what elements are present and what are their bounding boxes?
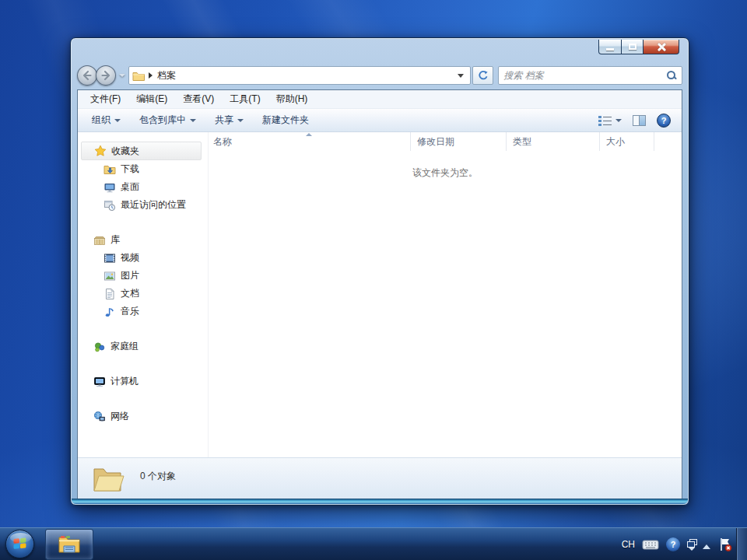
window-body: 文件(F) 编辑(E) 查看(V) 工具(T) 帮助(H) 组织 包含到库中 共… bbox=[77, 89, 682, 501]
titlebar[interactable] bbox=[77, 38, 682, 61]
recent-pages-dropdown[interactable] bbox=[119, 74, 125, 77]
change-view-button[interactable] bbox=[598, 115, 622, 126]
back-arrow-icon bbox=[81, 69, 93, 82]
chevron-down-icon bbox=[237, 119, 244, 122]
organize-button[interactable]: 组织 bbox=[86, 110, 127, 130]
sidebar-item-pictures[interactable]: 图片 bbox=[78, 267, 208, 285]
menu-file[interactable]: 文件(F) bbox=[82, 90, 128, 108]
forward-button[interactable] bbox=[96, 65, 116, 86]
back-button[interactable] bbox=[77, 65, 97, 86]
sidebar-item-network[interactable]: 网络 bbox=[78, 408, 208, 425]
column-header-size[interactable]: 大小 bbox=[600, 132, 654, 151]
show-desktop-button[interactable] bbox=[736, 528, 747, 560]
close-icon bbox=[657, 42, 666, 51]
restore-language-bar-icon bbox=[687, 539, 696, 546]
star-icon bbox=[94, 145, 107, 157]
sidebar-item-label: 网络 bbox=[110, 410, 129, 423]
keyboard-icon[interactable] bbox=[642, 539, 659, 551]
taskbar-explorer-button[interactable] bbox=[45, 529, 93, 560]
column-label: 大小 bbox=[606, 135, 625, 149]
network-icon bbox=[93, 411, 106, 423]
libraries-icon bbox=[93, 234, 106, 247]
new-folder-button[interactable]: 新建文件夹 bbox=[256, 110, 315, 130]
share-button[interactable]: 共享 bbox=[209, 110, 250, 130]
sidebar-item-desktop[interactable]: 桌面 bbox=[78, 178, 208, 196]
sidebar-item-label: 计算机 bbox=[110, 375, 139, 388]
search-input[interactable] bbox=[503, 70, 666, 81]
forward-arrow-icon bbox=[100, 69, 112, 82]
sidebar-item-label: 家庭组 bbox=[110, 340, 139, 353]
column-header-type[interactable]: 类型 bbox=[507, 132, 600, 151]
language-bar-options[interactable] bbox=[687, 539, 696, 551]
downloads-folder-icon bbox=[103, 163, 116, 176]
maximize-icon bbox=[629, 44, 637, 50]
refresh-button[interactable] bbox=[472, 66, 493, 85]
breadcrumb-folder[interactable]: 档案 bbox=[157, 69, 176, 82]
pictures-icon bbox=[103, 270, 116, 282]
system-tray: CH ? bbox=[622, 528, 733, 560]
chevron-down-icon bbox=[114, 119, 121, 122]
videos-icon bbox=[103, 252, 116, 264]
show-hidden-icons-button[interactable] bbox=[703, 544, 710, 549]
command-bar: 组织 包含到库中 共享 新建文件夹 bbox=[78, 109, 682, 132]
breadcrumb[interactable]: 档案 bbox=[146, 69, 179, 82]
sidebar-item-homegroup[interactable]: 家庭组 bbox=[78, 338, 208, 355]
sidebar-item-label: 音乐 bbox=[121, 305, 139, 318]
include-in-library-button[interactable]: 包含到库中 bbox=[133, 110, 202, 130]
chevron-right-icon bbox=[149, 72, 153, 79]
address-dropdown-icon[interactable] bbox=[458, 74, 464, 78]
sidebar-item-documents[interactable]: 文档 bbox=[78, 285, 208, 303]
sidebar-item-computer[interactable]: 计算机 bbox=[78, 373, 208, 390]
empty-folder-icon bbox=[89, 460, 126, 497]
details-pane: 0 个对象 bbox=[78, 457, 682, 500]
sidebar-item-music[interactable]: 音乐 bbox=[78, 303, 208, 320]
search-icon[interactable] bbox=[666, 70, 677, 81]
start-button[interactable] bbox=[5, 530, 34, 558]
sort-ascending-icon bbox=[306, 133, 312, 136]
column-headers: 名称 修改日期 类型 大小 bbox=[209, 132, 682, 151]
menu-tools[interactable]: 工具(T) bbox=[222, 90, 268, 108]
action-center-flag-icon[interactable] bbox=[717, 537, 733, 552]
sidebar-item-label: 桌面 bbox=[121, 180, 139, 194]
column-label: 类型 bbox=[513, 135, 531, 149]
menu-bar: 文件(F) 编辑(E) 查看(V) 工具(T) 帮助(H) bbox=[78, 90, 682, 109]
preview-pane-button[interactable] bbox=[633, 115, 646, 126]
explorer-window: 档案 文件(F) 编辑(E) 查看(V) 工具(T) 帮 bbox=[70, 37, 689, 506]
sidebar-item-label: 下载 bbox=[121, 163, 139, 176]
sidebar-item-videos[interactable]: 视频 bbox=[78, 249, 208, 267]
close-button[interactable] bbox=[644, 40, 679, 54]
sidebar-spacer bbox=[78, 320, 208, 338]
help-button[interactable]: ? bbox=[657, 114, 671, 128]
input-language-indicator[interactable]: CH bbox=[622, 539, 635, 550]
list-view-icon bbox=[598, 115, 612, 126]
refresh-icon bbox=[477, 69, 489, 82]
column-label: 修改日期 bbox=[417, 135, 454, 149]
minimize-button[interactable] bbox=[598, 40, 622, 54]
main-area: 收藏夹 下载 bbox=[78, 132, 682, 457]
windows-logo-icon bbox=[12, 537, 27, 551]
sidebar-item-label: 库 bbox=[110, 233, 120, 247]
documents-icon bbox=[103, 288, 116, 300]
taskbar[interactable]: CH ? bbox=[0, 527, 747, 560]
empty-folder-message: 该文件夹为空。 bbox=[209, 166, 682, 180]
share-label: 共享 bbox=[215, 114, 233, 127]
homegroup-icon bbox=[93, 341, 106, 353]
sidebar-item-favorites[interactable]: 收藏夹 bbox=[81, 142, 202, 160]
desktop-icon bbox=[103, 181, 116, 194]
column-header-date-modified[interactable]: 修改日期 bbox=[411, 132, 507, 151]
menu-edit[interactable]: 编辑(E) bbox=[128, 90, 175, 108]
sidebar-item-recent-places[interactable]: 最近访问的位置 bbox=[78, 196, 208, 214]
sidebar-item-label: 收藏夹 bbox=[111, 145, 139, 158]
address-bar[interactable]: 档案 bbox=[128, 66, 471, 85]
sidebar-item-downloads[interactable]: 下载 bbox=[78, 160, 208, 178]
menu-help[interactable]: 帮助(H) bbox=[268, 90, 316, 108]
file-list: 名称 修改日期 类型 大小 该文件夹为空。 bbox=[208, 132, 682, 457]
sidebar-item-libraries[interactable]: 库 bbox=[78, 231, 208, 249]
desktop: 档案 文件(F) 编辑(E) 查看(V) 工具(T) 帮 bbox=[0, 0, 747, 560]
language-bar-help-icon[interactable]: ? bbox=[666, 537, 680, 551]
chevron-down-icon bbox=[190, 119, 196, 122]
folder-icon bbox=[132, 70, 146, 82]
menu-view[interactable]: 查看(V) bbox=[175, 90, 222, 108]
chevron-down-icon bbox=[689, 548, 695, 551]
maximize-button[interactable] bbox=[622, 40, 644, 54]
